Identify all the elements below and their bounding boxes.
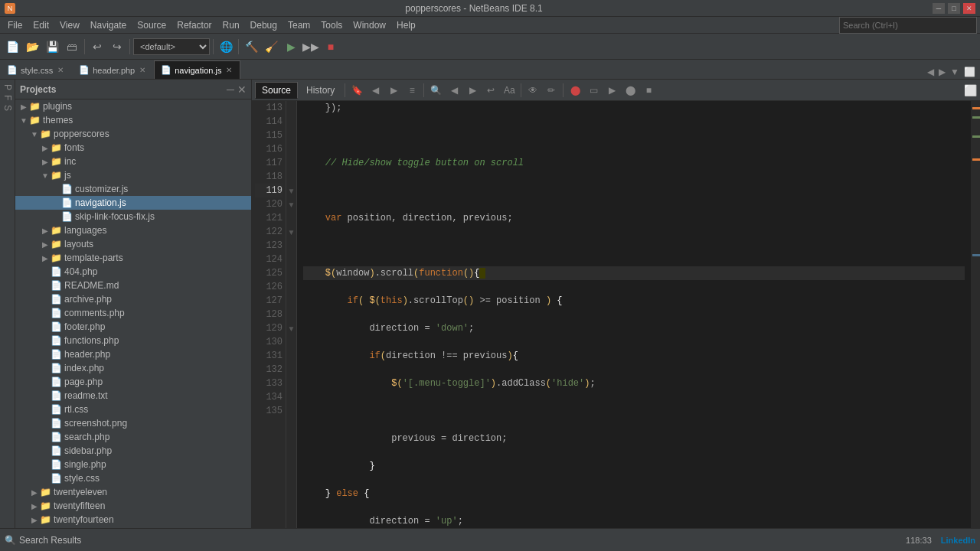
debug-run-button[interactable]: ▶▶ (302, 37, 320, 56)
tab-navigation-js[interactable]: 📄 navigation.js ✕ (154, 60, 240, 79)
next-bookmark-button[interactable]: ▶ (385, 82, 402, 99)
fold-marker[interactable]: ▼ (286, 197, 296, 211)
code-content[interactable]: }); // Hide/show toggle button on scroll… (297, 101, 971, 528)
tree-item[interactable]: ▼📁popperscores (15, 127, 251, 141)
tree-toggle[interactable]: ▶ (40, 254, 51, 262)
clean-build-button[interactable]: 🧹 (262, 37, 280, 56)
menu-refactor[interactable]: Refactor (172, 18, 216, 32)
tree-toggle[interactable]: ▼ (40, 171, 51, 180)
save-all-button[interactable]: 🗃 (63, 37, 81, 56)
tree-toggle[interactable]: ▼ (18, 116, 29, 125)
tree-toggle[interactable]: ▶ (40, 144, 51, 152)
tree-item[interactable]: 📄customizer.js (15, 182, 251, 196)
undo-button[interactable]: ↩ (88, 37, 106, 56)
tree-item[interactable]: 📄style.css (15, 471, 251, 485)
menu-tools[interactable]: Tools (316, 18, 347, 32)
stop-macro-button[interactable]: ■ (640, 82, 657, 99)
tree-item[interactable]: 📄skip-link-focus-fix.js (15, 210, 251, 223)
tree-item[interactable]: 📄search.php (15, 430, 251, 444)
tree-item[interactable]: 📄page.php (15, 375, 251, 389)
menu-window[interactable]: Window (348, 18, 390, 32)
tree-item[interactable]: 📄readme.txt (15, 389, 251, 403)
services-icon[interactable]: S (1, 103, 15, 112)
search-input[interactable] (839, 17, 977, 34)
tab-header-php-close[interactable]: ✕ (138, 66, 147, 75)
history-tab-button[interactable]: History (299, 82, 341, 99)
fold-marker[interactable]: ▼ (286, 184, 296, 197)
toggle-rectsel-button[interactable]: ▭ (585, 82, 602, 99)
projects-panel-minimize[interactable]: ─ (227, 83, 234, 96)
projects-tree[interactable]: ▶📁plugins▼📁themes▼📁popperscores▶📁fonts▶📁… (15, 99, 251, 528)
menu-source[interactable]: Source (132, 18, 171, 32)
fold-marker[interactable]: ▼ (286, 321, 296, 335)
menu-navigate[interactable]: Navigate (86, 18, 131, 32)
tree-item[interactable]: 📄sidebar.php (15, 444, 251, 458)
menu-file[interactable]: File (3, 18, 27, 32)
toggle-bookmark-button[interactable]: 🔖 (348, 82, 365, 99)
tabs-scroll-right[interactable]: ▶ (937, 65, 947, 79)
tree-item[interactable]: ▶📁layouts (15, 237, 251, 251)
toggle-linenum-button[interactable]: ≡ (403, 82, 420, 99)
search-next-button[interactable]: ▶ (464, 82, 481, 99)
fold-marker[interactable]: ▼ (286, 225, 296, 239)
save-button[interactable]: 💾 (43, 37, 61, 56)
redo-button[interactable]: ↪ (108, 37, 126, 56)
build-button[interactable]: 🔨 (242, 37, 260, 56)
menu-view[interactable]: View (55, 18, 84, 32)
stop-button[interactable]: ■ (322, 37, 340, 56)
tab-header-php[interactable]: 📄 header.php ✕ (72, 60, 154, 79)
tree-toggle[interactable]: ▶ (29, 516, 40, 524)
files-icon[interactable]: F (1, 93, 15, 102)
tab-navigation-js-close[interactable]: ✕ (224, 66, 234, 75)
menu-help[interactable]: Help (392, 18, 420, 32)
tree-item[interactable]: 📄footer.php (15, 320, 251, 334)
tree-item[interactable]: 📄functions.php (15, 334, 251, 347)
prev-bookmark-button[interactable]: ◀ (367, 82, 384, 99)
tree-toggle[interactable]: ▶ (40, 227, 51, 235)
toggle-breakpoint-button[interactable]: ⬤ (567, 82, 583, 99)
open-macro-button[interactable]: ▶ (603, 82, 620, 99)
tree-item[interactable]: ▼📁js (15, 168, 251, 182)
tree-item[interactable]: ▶📁fonts (15, 141, 251, 155)
tree-item[interactable]: 📄README.md (15, 279, 251, 292)
editor-maximize-button[interactable]: ⬜ (964, 84, 977, 96)
new-project-button[interactable]: 📄 (3, 37, 21, 56)
tab-style-css[interactable]: 📄 style.css ✕ (0, 60, 72, 79)
menu-run[interactable]: Run (218, 18, 244, 32)
tree-item[interactable]: 📄header.php (15, 347, 251, 361)
close-button[interactable]: ✕ (963, 3, 975, 14)
edit-watch-button[interactable]: ✏ (543, 82, 560, 99)
projects-panel-close[interactable]: ✕ (237, 83, 247, 96)
tree-item[interactable]: ▶📁twentyfourteen (15, 513, 251, 527)
tree-item[interactable]: 📄single.php (15, 458, 251, 471)
tabs-menu[interactable]: ▼ (949, 65, 961, 79)
tree-item[interactable]: 📄index.php (15, 361, 251, 375)
search-prev-button[interactable]: ◀ (446, 82, 462, 99)
projects-icon[interactable]: P (1, 83, 15, 92)
maximize-button[interactable]: □ (948, 3, 960, 14)
menu-team[interactable]: Team (283, 18, 315, 32)
source-tab-button[interactable]: Source (255, 82, 298, 99)
tree-toggle[interactable]: ▶ (29, 488, 40, 497)
menu-edit[interactable]: Edit (28, 18, 54, 32)
minimize-button[interactable]: ─ (933, 3, 945, 14)
add-watch-button[interactable]: 👁 (524, 82, 541, 99)
menu-debug[interactable]: Debug (246, 18, 282, 32)
tab-style-css-close[interactable]: ✕ (56, 66, 65, 75)
tree-item[interactable]: 📄archive.php (15, 292, 251, 306)
tree-item[interactable]: 📄comments.php (15, 306, 251, 320)
tree-toggle[interactable]: ▶ (29, 502, 40, 510)
tree-toggle[interactable]: ▶ (18, 103, 29, 111)
tree-toggle[interactable]: ▶ (40, 158, 51, 166)
record-macro-button[interactable]: ⬤ (622, 82, 639, 99)
tree-item[interactable]: 📄404.php (15, 265, 251, 279)
tree-toggle[interactable]: ▼ (29, 130, 40, 139)
browser-button[interactable]: 🌐 (217, 37, 235, 56)
search-match-button[interactable]: Aa (501, 82, 518, 99)
tree-item[interactable]: ▶📁twentyeleven (15, 485, 251, 499)
tree-item[interactable]: 📄navigation.js (15, 196, 251, 210)
open-project-button[interactable]: 📂 (23, 37, 41, 56)
tree-item[interactable]: 📄rtl.css (15, 403, 251, 416)
tree-item[interactable]: ▶📁inc (15, 155, 251, 168)
tabs-scroll-left[interactable]: ◀ (926, 65, 936, 79)
